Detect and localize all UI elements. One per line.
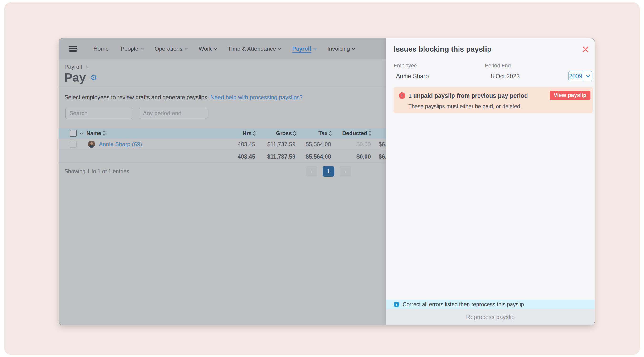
previous-page-button[interactable]: ‹ <box>306 166 317 177</box>
employee-value: Annie Sharp <box>396 73 429 80</box>
alert-description: These payslips must either be paid, or d… <box>408 103 522 110</box>
alert-title: 1 unpaid payslip from previous pay perio… <box>408 92 528 99</box>
column-label: Name <box>86 130 101 137</box>
nav-item-work[interactable]: Work <box>198 46 216 52</box>
help-link[interactable]: Need help with processing payslips? <box>210 94 303 100</box>
page-1-button[interactable]: 1 <box>323 166 334 177</box>
intro-text: Select employees to review drafts and ge… <box>64 94 303 101</box>
nav-label: People <box>120 46 138 52</box>
panel-title: Issues blocking this payslip <box>394 45 492 54</box>
gross-cell: $11,737.59 <box>255 141 295 148</box>
nav-item-people[interactable]: People <box>120 46 143 52</box>
nav-label: Invoicing <box>328 46 350 52</box>
chevron-down-icon <box>352 47 355 50</box>
issues-panel: Issues blocking this payslip Employee Pe… <box>386 38 594 325</box>
view-payslip-button[interactable]: View payslip <box>550 91 590 100</box>
page-title-row: Pay ⚙ <box>64 71 97 85</box>
chevron-down-icon <box>583 71 592 81</box>
totals-tax-cell: $5,564.00 <box>295 153 331 160</box>
sort-icon <box>254 131 255 135</box>
payslips-table: Name Hrs Gross Tax Deducted <box>59 128 420 163</box>
select-all-checkbox[interactable] <box>70 130 77 137</box>
row-select-cell <box>59 141 84 148</box>
column-header-tax[interactable]: Tax <box>295 130 331 137</box>
table-totals-row: 403.45 $11,737.59 $5,564.00 $0.00 $6, <box>59 150 420 163</box>
avatar <box>88 141 95 148</box>
employee-link[interactable]: Annie Sharp (69) <box>99 141 142 148</box>
period-end-input[interactable] <box>139 108 208 119</box>
nav-label: Work <box>198 46 212 52</box>
nav-label: Home <box>94 46 109 52</box>
entries-summary: Showing 1 to 1 of 1 entries <box>64 168 129 175</box>
nav-label: Time & Attendance <box>228 46 276 52</box>
error-icon: ! <box>399 92 405 99</box>
select-options-caret-icon[interactable] <box>80 131 83 135</box>
search-input[interactable] <box>66 108 132 119</box>
nav-label: Operations <box>154 46 182 52</box>
sort-icon <box>369 131 371 135</box>
page-canvas: Home People Operations Work Time & Atten… <box>4 2 640 355</box>
nav-item-invoicing[interactable]: Invoicing <box>328 46 354 52</box>
column-header-gross[interactable]: Gross <box>255 130 295 137</box>
gear-icon[interactable]: ⚙ <box>90 74 97 81</box>
deducted-cell: $0.00 <box>331 141 371 148</box>
info-icon: i <box>394 301 399 307</box>
chevron-down-icon <box>184 47 188 50</box>
breadcrumb: Payroll <box>64 64 87 70</box>
chevron-right-icon <box>85 66 88 69</box>
chevron-down-icon <box>314 47 316 50</box>
chevron-down-icon <box>140 47 144 50</box>
page-title: Pay <box>64 71 86 85</box>
nav-item-payroll[interactable]: Payroll <box>292 46 316 52</box>
sort-icon <box>294 131 295 135</box>
next-page-button[interactable]: › <box>340 166 351 177</box>
totals-deducted-cell: $0.00 <box>331 153 371 160</box>
hamburger-menu-icon[interactable] <box>69 46 77 52</box>
period-end-label: Period End <box>485 63 511 69</box>
nav-item-operations[interactable]: Operations <box>154 46 187 52</box>
year-value: 2009 <box>568 71 583 81</box>
tax-cell: $5,564.00 <box>295 141 331 148</box>
sort-icon <box>329 131 331 135</box>
row-checkbox[interactable] <box>70 141 77 148</box>
breadcrumb-payroll[interactable]: Payroll <box>64 64 82 70</box>
pagination: ‹ 1 › <box>306 166 351 177</box>
column-label: Tax <box>318 130 328 137</box>
app-window: Home People Operations Work Time & Atten… <box>59 38 594 325</box>
column-label: Gross <box>276 130 292 137</box>
select-all-cell <box>59 130 84 137</box>
column-label: Deducted <box>342 130 367 137</box>
info-bar: i Correct all errors listed then reproce… <box>386 300 594 309</box>
info-text: Correct all errors listed then reprocess… <box>402 301 525 308</box>
totals-hrs-cell: 403.45 <box>208 153 255 160</box>
table-header-row: Name Hrs Gross Tax Deducted <box>59 128 420 139</box>
nav-item-home[interactable]: Home <box>94 46 109 52</box>
column-header-name[interactable]: Name <box>84 130 208 137</box>
year-select[interactable]: 2009 <box>568 71 592 81</box>
period-end-value: 8 Oct 2023 <box>490 73 520 80</box>
column-label: Hrs <box>242 130 252 137</box>
close-icon[interactable] <box>582 46 589 53</box>
column-header-deducted[interactable]: Deducted <box>331 130 371 137</box>
reprocess-payslip-button[interactable]: Reprocess payslip <box>386 309 594 325</box>
nav-label: Payroll <box>292 46 311 52</box>
employee-label: Employee <box>394 63 417 69</box>
employee-cell: Annie Sharp (69) <box>84 141 208 148</box>
blocking-issue-alert: ! 1 unpaid payslip from previous pay per… <box>394 87 593 113</box>
nav-items: Home People Operations Work Time & Atten… <box>94 46 354 52</box>
nav-item-time-attendance[interactable]: Time & Attendance <box>228 46 280 52</box>
table-row: Annie Sharp (69) 403.45 $11,737.59 $5,56… <box>59 139 420 150</box>
intro-sentence: Select employees to review drafts and ge… <box>64 94 209 100</box>
totals-gross-cell: $11,737.59 <box>255 153 295 160</box>
chevron-down-icon <box>278 47 281 50</box>
sort-icon <box>103 131 105 135</box>
column-header-hrs[interactable]: Hrs <box>208 130 255 137</box>
reprocess-payslip-label: Reprocess payslip <box>466 314 515 320</box>
hrs-cell: 403.45 <box>208 141 255 148</box>
divider <box>59 87 386 87</box>
chevron-down-icon <box>214 47 217 50</box>
